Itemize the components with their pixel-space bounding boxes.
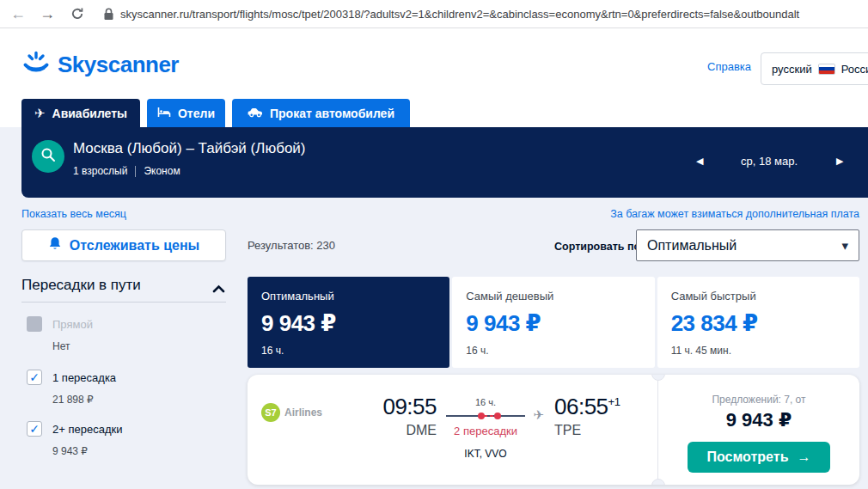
track-prices-button[interactable]: Отслеживать цены — [21, 229, 226, 261]
chevron-up-icon[interactable] — [212, 281, 225, 296]
offers-count: Предложений: 7, от — [658, 394, 859, 406]
tab-car-rental[interactable]: Прокат автомобилей — [232, 99, 410, 127]
sort-tab-label: Самый дешевый — [466, 290, 640, 303]
stops-count: 2 пересадки — [438, 425, 533, 437]
skyscanner-results-page: ← → skyscanner.ru/transport/flights/mosc… — [0, 0, 868, 489]
tab-car-rental-label: Прокат автомобилей — [270, 107, 394, 120]
language-label: русский — [772, 63, 812, 76]
filter-option-label: Прямой — [52, 318, 93, 331]
sort-tab-duration: 16 ч. — [466, 345, 640, 357]
search-button[interactable] — [32, 140, 64, 173]
sort-tab-duration: 11 ч. 45 мин. — [671, 345, 846, 357]
bell-icon — [48, 236, 62, 254]
country-label: Россия — [841, 63, 868, 76]
s7-airlines-logo: S7 — [261, 403, 280, 422]
filter-option-label: 1 пересадка — [52, 371, 116, 384]
arrival-time: 06:55 — [554, 394, 608, 419]
route-summary[interactable]: Москва (Любой) – Тайбэй (Любой) — [73, 140, 306, 157]
tab-hotels[interactable]: Отели — [147, 99, 225, 127]
filter-option-sub: Нет — [52, 340, 70, 352]
offer-price: 9 943 ₽ — [658, 409, 859, 431]
sort-summary-tabs: Оптимальный 9 943 ₽ 16 ч. Самый дешевый … — [248, 277, 859, 368]
checkbox-1-stop[interactable]: ✓ — [27, 370, 42, 385]
sort-tab-price: 9 943 ₽ — [466, 310, 640, 337]
sort-tab-label: Самый быстрый — [671, 290, 846, 303]
tab-hotels-label: Отели — [178, 107, 215, 120]
russia-flag-icon — [818, 64, 835, 75]
divider — [21, 302, 226, 303]
filter-option-price: 21 898 ₽ — [52, 394, 94, 406]
sort-by-label: Сортировать по — [554, 241, 640, 253]
site-header: Skyscanner Справка русский Россия — [0, 29, 868, 99]
plane-icon: ✈ — [34, 106, 46, 121]
cabin-label: Эконом — [144, 165, 180, 177]
sort-select-value: Оптимальный — [647, 238, 841, 254]
skyscanner-sun-icon — [21, 50, 51, 79]
next-day-button[interactable]: ▶ — [836, 156, 843, 167]
sort-tab-best[interactable]: Оптимальный 9 943 ₽ 16 ч. — [248, 277, 449, 368]
flight-result-card[interactable]: S7 Airlines 09:55 DME 16 ч. ✈ 2 пересадк… — [248, 375, 859, 485]
tab-flights-label: Авиабилеты — [52, 107, 128, 120]
arrow-right-icon: → — [797, 449, 810, 465]
sort-tab-duration: 16 ч. — [261, 345, 436, 357]
departure-airport: DME — [375, 423, 437, 438]
divider — [135, 166, 136, 177]
sort-select[interactable]: Оптимальный ▾ — [636, 229, 859, 261]
sort-tab-price: 23 834 ₽ — [671, 310, 846, 337]
caret-down-icon: ▾ — [841, 238, 848, 254]
arrival-airport: TPE — [554, 423, 620, 438]
lock-icon — [103, 8, 114, 24]
language-selector[interactable]: русский Россия — [761, 52, 868, 85]
logo-wordmark: Skyscanner — [58, 52, 179, 78]
results-count: Результатов: 230 — [248, 239, 335, 252]
track-prices-label: Отслеживать цены — [70, 238, 200, 254]
view-deal-button[interactable]: Посмотреть → — [688, 442, 830, 473]
checkbox-2plus-stops[interactable]: ✓ — [27, 421, 42, 437]
arrival-day-offset: +1 — [608, 395, 620, 408]
address-bar[interactable]: skyscanner.ru/transport/flights/mosc/tpe… — [120, 0, 866, 28]
trip-details: 1 взрослый Эконом — [73, 165, 180, 177]
view-deal-label: Посмотреть — [707, 449, 789, 465]
car-icon — [248, 107, 263, 120]
filter-option-label: 2+ пересадки — [52, 423, 122, 436]
filter-section-title: Пересадки в пути — [21, 277, 141, 294]
filter-option-price: 9 943 ₽ — [52, 445, 88, 457]
date-label: ср, 18 мар. — [709, 155, 829, 168]
duration-label: 16 ч. — [438, 397, 533, 407]
departure-block: 09:55 DME — [375, 394, 437, 438]
passengers-label: 1 взрослый — [73, 165, 127, 177]
browser-forward-icon[interactable]: → — [40, 0, 55, 28]
tab-flights[interactable]: ✈ Авиабилеты — [21, 99, 140, 127]
help-link[interactable]: Справка — [707, 60, 751, 73]
arrival-block: 06:55+1 TPE — [554, 394, 620, 438]
stop-airports: IKT, VVO — [438, 448, 533, 460]
plane-icon: ✈ — [533, 407, 544, 423]
previous-day-button[interactable]: ◀ — [696, 156, 703, 167]
offer-panel: Предложений: 7, от 9 943 ₽ Посмотреть → — [658, 375, 859, 485]
product-tabs: ✈ Авиабилеты Отели Прокат автомобилей — [21, 99, 410, 127]
show-whole-month-link[interactable]: Показать весь месяц — [21, 208, 126, 220]
skyscanner-logo[interactable]: Skyscanner — [21, 50, 179, 79]
search-summary-bar: Москва (Любой) – Тайбэй (Любой) 1 взросл… — [21, 127, 868, 198]
stop-dot — [494, 413, 501, 419]
search-icon — [40, 147, 56, 166]
browser-back-icon[interactable]: ← — [10, 0, 26, 28]
itinerary-middle: 16 ч. ✈ 2 пересадки IKT, VVO — [438, 397, 533, 460]
browser-reload-icon[interactable] — [70, 7, 84, 24]
sort-tab-fastest[interactable]: Самый быстрый 23 834 ₽ 11 ч. 45 мин. — [657, 277, 859, 368]
sort-tab-label: Оптимальный — [261, 290, 436, 303]
browser-toolbar: ← → skyscanner.ru/transport/flights/mosc… — [0, 0, 868, 28]
checkbox-direct-disabled — [27, 316, 42, 332]
departure-time: 09:55 — [375, 394, 437, 420]
airline-name: Airlines — [284, 406, 322, 419]
airline: S7 Airlines — [261, 403, 322, 422]
sort-tab-price: 9 943 ₽ — [261, 310, 436, 337]
baggage-fee-note: За багаж может взиматься дополнительная … — [610, 208, 859, 220]
stops-line: ✈ — [446, 415, 525, 417]
sort-tab-cheapest[interactable]: Самый дешевый 9 943 ₽ 16 ч. — [452, 277, 654, 368]
bed-icon — [157, 107, 171, 120]
